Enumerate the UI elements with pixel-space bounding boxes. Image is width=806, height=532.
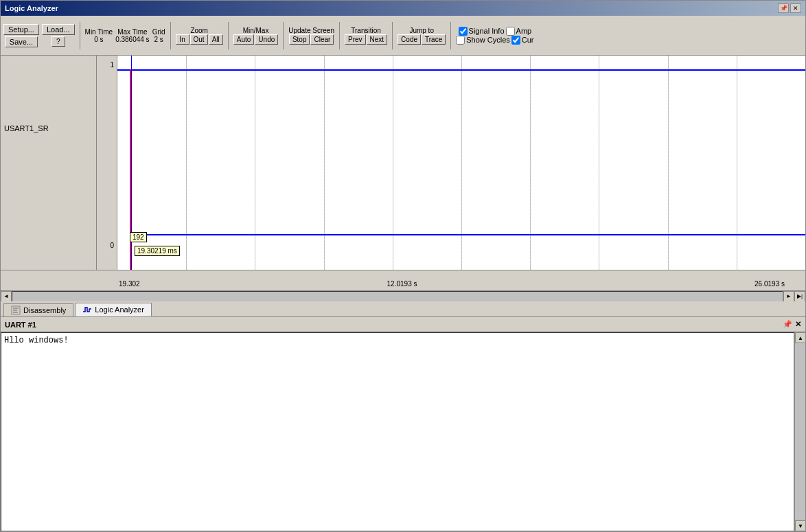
zoom-all-button[interactable]: All	[209, 34, 223, 45]
checkboxes-section: Signal Info Amp Show Cycles Cur	[456, 27, 533, 45]
max-time-value: 0.386044 s	[115, 36, 150, 43]
grid-line-7	[599, 56, 599, 270]
prev-button[interactable]: Prev	[345, 34, 366, 45]
toolbar: Setup... Save... Load... ? Min Time 0 s …	[1, 16, 805, 56]
uart-title: UART #1	[5, 321, 36, 329]
zoom-buttons: In Out All	[176, 34, 223, 45]
jump-trace-button[interactable]: Trace	[422, 34, 446, 45]
grid-line-1	[186, 56, 187, 270]
amp-checkbox[interactable]	[506, 27, 515, 36]
waveform-area[interactable]: 192 19.30219 ms	[117, 56, 805, 270]
max-time-section: Max Time 0.386044 s	[115, 28, 150, 43]
uart-content[interactable]: Hllo windows!	[1, 332, 794, 531]
uart-scroll-up[interactable]: ▲	[795, 332, 805, 343]
y-tick-high: 1	[110, 61, 114, 69]
zoom-section: Zoom In Out All	[176, 27, 223, 45]
close-button[interactable]: ✕	[790, 3, 801, 13]
grid-line-5	[461, 56, 462, 270]
next-button[interactable]: Next	[367, 34, 388, 45]
amp-label: Amp	[516, 27, 532, 35]
y-axis: 1 0	[97, 56, 117, 270]
uart-text: Hllo windows!	[4, 336, 69, 345]
save-button[interactable]: Save...	[5, 36, 38, 47]
max-time-label: Max Time	[117, 28, 147, 36]
zoom-in-button[interactable]: In	[176, 34, 189, 45]
load-help-group: Load... ?	[42, 24, 75, 47]
show-cycles-checkbox[interactable]	[456, 36, 465, 45]
uart-pin-icon[interactable]: 📌	[783, 320, 792, 329]
sep5	[339, 22, 340, 49]
uart-close-icon[interactable]: ✕	[795, 320, 801, 329]
signal-info-label: Signal Info	[469, 27, 505, 35]
help-button[interactable]: ?	[51, 36, 65, 47]
disassembly-icon	[11, 305, 21, 315]
minmax-auto-button[interactable]: Auto	[233, 34, 255, 45]
grid-line-9	[737, 56, 737, 270]
signal-info-row: Signal Info Amp	[459, 27, 532, 36]
setup-button[interactable]: Setup...	[3, 24, 39, 35]
grid-line-3	[324, 56, 325, 270]
tab-disassembly[interactable]: Disassembly	[3, 303, 73, 316]
grid-label: Grid	[152, 28, 165, 36]
minmax-label: Min/Max	[243, 27, 269, 34]
clear-button[interactable]: Clear	[310, 34, 334, 45]
main-window: Logic Analyzer 📌 ✕ Setup... Save... Load…	[0, 0, 806, 532]
grid-section: Grid 2 s	[152, 28, 165, 43]
cursor-time-tooltip: 19.30219 ms	[135, 246, 180, 256]
pin-button[interactable]: 📌	[778, 3, 789, 13]
zoom-out-button[interactable]: Out	[190, 34, 208, 45]
signal-labels: USART1_SR	[1, 56, 97, 270]
minmax-buttons: Auto Undo	[233, 34, 278, 45]
title-bar-buttons: 📌 ✕	[778, 3, 801, 13]
minmax-section: Min/Max Auto Undo	[233, 27, 278, 45]
transition-label: Transition	[351, 27, 381, 34]
uart-scroll-track[interactable]	[795, 343, 805, 520]
scroll-right-button[interactable]: ►	[783, 291, 794, 302]
time-label-start: 19.302	[119, 280, 140, 288]
scroll-end-button[interactable]: ▶|	[794, 291, 805, 302]
sep7	[450, 22, 451, 49]
minmax-undo-button[interactable]: Undo	[255, 34, 278, 45]
y-tick-low: 0	[110, 242, 114, 249]
show-cycles-label: Show Cycles	[466, 36, 510, 44]
jump-code-button[interactable]: Code	[398, 34, 421, 45]
sep1	[80, 22, 80, 49]
signal-high-line	[117, 69, 805, 71]
uart-scroll-down[interactable]: ▼	[795, 520, 805, 531]
update-screen-section: Update Screen Stop Clear	[288, 27, 334, 45]
time-label-mid: 12.0193 s	[387, 280, 417, 288]
scroll-left-button[interactable]: ◄	[1, 291, 12, 302]
jump-buttons: Code Trace	[398, 34, 446, 45]
signal-name: USART1_SR	[4, 124, 49, 132]
title-bar: Logic Analyzer 📌 ✕	[1, 1, 805, 16]
sep3	[228, 22, 229, 49]
tabs-bar: Disassembly Logic Analyzer	[1, 301, 805, 317]
cursor-value-badge: 192	[130, 232, 147, 242]
sep2	[170, 22, 171, 49]
grid-line-6	[530, 56, 531, 270]
logic-analyzer-icon	[82, 305, 92, 314]
load-button[interactable]: Load...	[42, 24, 75, 35]
signal-low-line	[131, 234, 805, 235]
stop-button[interactable]: Stop	[289, 34, 310, 45]
waveform-container: USART1_SR 1 0	[1, 56, 805, 270]
sep4	[283, 22, 284, 49]
grid-line-2	[255, 56, 255, 270]
transition-buttons: Prev Next	[345, 34, 387, 45]
jump-to-label: Jump to	[409, 27, 434, 34]
scroll-track-h[interactable]	[12, 291, 783, 302]
update-screen-label: Update Screen	[288, 27, 334, 34]
grid-value: 2 s	[154, 36, 163, 43]
window-title: Logic Analyzer	[5, 4, 58, 12]
bottom-panel: UART #1 📌 ✕ Hllo windows! ▲ ▼	[1, 317, 805, 531]
signal-info-checkbox[interactable]	[459, 27, 468, 36]
min-time-label: Min Time	[85, 28, 113, 36]
update-buttons: Stop Clear	[289, 34, 334, 45]
uart-scrollbar: ▲ ▼	[794, 332, 805, 531]
show-cycles-row: Show Cycles Cur	[456, 36, 533, 45]
sep6	[392, 22, 393, 49]
tab-logic-analyzer[interactable]: Logic Analyzer	[75, 303, 152, 316]
cur-checkbox[interactable]	[511, 36, 520, 45]
grid-line-8	[668, 56, 669, 270]
tab-logic-analyzer-label: Logic Analyzer	[95, 305, 144, 314]
